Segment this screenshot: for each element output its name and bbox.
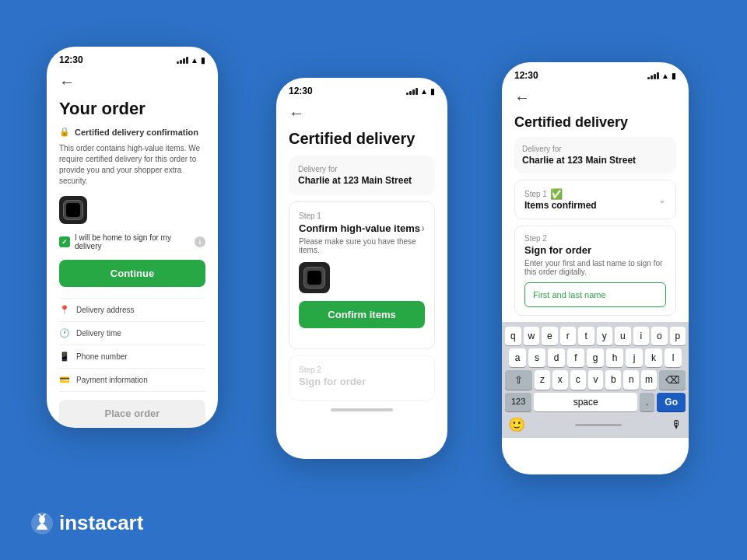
clock-icon: 🕐 [59, 328, 70, 338]
signal-icon-1 [177, 57, 188, 64]
key-j[interactable]: j [626, 348, 643, 367]
keyboard-row-2: a s d f g h j k l [505, 348, 686, 367]
emoji-key[interactable]: 🙂 [508, 416, 525, 433]
checkbox-row: ✓ I will be home to sign for my delivery… [59, 233, 205, 250]
key-r[interactable]: r [560, 327, 577, 345]
step1-accordion-header[interactable]: Step 1 ✅ Items confirmed ⌄ [515, 180, 675, 219]
checkbox-label: I will be home to sign for my delivery [75, 233, 190, 250]
step1-card: Step 1 Confirm high-value items › Please… [289, 201, 435, 349]
step2-title-3: Sign for order [524, 244, 666, 256]
page-title-2: Certified delivery [289, 130, 435, 148]
key-s[interactable]: s [528, 348, 545, 367]
key-d[interactable]: d [548, 348, 565, 367]
status-bar-1: 12:30 ▲ ▮ [47, 47, 218, 68]
phone-1: 12:30 ▲ ▮ ← Your order 🔒 Certified deliv… [47, 47, 218, 428]
key-i[interactable]: i [633, 327, 650, 345]
key-f[interactable]: f [567, 348, 584, 367]
step1-acc-label: Step 1 ✅ [524, 188, 597, 200]
step2-label: Step 2 [299, 366, 425, 374]
key-q[interactable]: q [505, 327, 521, 345]
phone-number-row[interactable]: 📱 Phone number [59, 345, 205, 369]
delivery-for-label: Delivery for [298, 165, 426, 173]
time-2: 12:30 [289, 86, 313, 96]
battery-icon-2: ▮ [430, 87, 435, 96]
key-n[interactable]: n [623, 370, 639, 390]
back-button-2[interactable]: ← [289, 100, 435, 127]
status-icons-3: ▲ ▮ [647, 72, 676, 80]
phone-3: 12:30 ▲ ▮ ← Certified delivery Delivery … [502, 62, 689, 474]
key-m[interactable]: m [641, 370, 657, 390]
key-b[interactable]: b [605, 370, 621, 390]
place-order-button[interactable]: Place order [59, 400, 205, 427]
continue-button[interactable]: Continue [59, 260, 205, 287]
dot-key[interactable]: . [640, 393, 654, 411]
delivery-for-card: Delivery for Charlie at 123 Main Street [289, 156, 435, 195]
go-key[interactable]: Go [657, 393, 686, 411]
name-input[interactable] [524, 282, 666, 307]
delivery-address-row[interactable]: 📍 Delivery address [59, 299, 205, 322]
home-indicator-2 [331, 408, 393, 411]
key-v[interactable]: v [588, 370, 604, 390]
key-c[interactable]: c [570, 370, 586, 390]
battery-icon-3: ▮ [672, 72, 676, 80]
signal-icon-2 [406, 88, 418, 95]
step1-acc-title: Items confirmed [524, 200, 597, 211]
keyboard: q w e r t y u i o p a s d f g h j k l ⇧ … [502, 322, 689, 438]
delete-key[interactable]: ⌫ [659, 370, 686, 390]
certified-label: Certified delivery confirmation [75, 128, 198, 137]
payment-label: Payment information [76, 376, 148, 384]
payment-icon: 💳 [59, 375, 70, 385]
delivery-for-label-3: Delivery for [522, 145, 668, 153]
key-l[interactable]: l [665, 348, 682, 367]
key-h[interactable]: h [606, 348, 623, 367]
key-a[interactable]: a [509, 348, 526, 367]
key-o[interactable]: o [651, 327, 668, 345]
chevron-right-icon: › [421, 222, 425, 234]
key-p[interactable]: p [670, 327, 686, 345]
lock-icon: 🔒 [59, 127, 70, 137]
confirm-items-button[interactable]: Confirm items [299, 301, 425, 328]
key-g[interactable]: g [587, 348, 604, 367]
step2-label-3: Step 2 [524, 234, 666, 243]
watch-image-2 [299, 262, 330, 293]
key-z[interactable]: z [535, 370, 550, 390]
space-key[interactable]: space [534, 393, 637, 411]
key-t[interactable]: t [578, 327, 594, 345]
status-icons-2: ▲ ▮ [406, 87, 435, 96]
key-w[interactable]: w [524, 327, 540, 345]
status-icons-1: ▲ ▮ [177, 56, 205, 65]
step2-desc-3: Enter your first and last name to sign f… [524, 259, 666, 276]
step1-title: Confirm high-value items › [299, 222, 425, 234]
page-title-3: Certified delivery [514, 114, 676, 131]
keyboard-row-3: ⇧ z x c v b n m ⌫ [505, 370, 686, 390]
info-icon-1[interactable]: i [195, 236, 205, 247]
signal-icon-3 [647, 72, 659, 79]
phone-number-label: Phone number [76, 352, 128, 361]
dictate-key[interactable]: 🎙 [672, 418, 682, 431]
chevron-down-icon: ⌄ [658, 194, 666, 205]
status-bar-2: 12:30 ▲ ▮ [276, 78, 447, 100]
time-3: 12:30 [514, 70, 538, 81]
step1-accordion[interactable]: Step 1 ✅ Items confirmed ⌄ [514, 180, 676, 219]
key-x[interactable]: x [552, 370, 568, 390]
key-y[interactable]: y [597, 327, 613, 345]
green-check-icon: ✅ [550, 188, 563, 200]
payment-row[interactable]: 💳 Payment information [59, 369, 205, 392]
key-k[interactable]: k [645, 348, 662, 367]
watch-image-1 [59, 196, 87, 224]
checkbox-checked[interactable]: ✓ [59, 236, 70, 247]
key-u[interactable]: u [615, 327, 631, 345]
wifi-icon-1: ▲ [191, 56, 198, 65]
shift-key[interactable]: ⇧ [505, 370, 532, 390]
phone-2: 12:30 ▲ ▮ ← Certified delivery Delivery … [276, 78, 447, 459]
back-button-1[interactable]: ← [59, 68, 205, 96]
num-key[interactable]: 123 [505, 393, 531, 411]
delivery-for-value-3: Charlie at 123 Main Street [522, 155, 668, 166]
page-title-1: Your order [59, 99, 205, 119]
time-1: 12:30 [59, 54, 83, 65]
back-button-3[interactable]: ← [514, 84, 676, 111]
step2-card-3: Step 2 Sign for order Enter your first a… [514, 226, 676, 316]
instacart-carrot-icon [31, 513, 53, 534]
delivery-time-row[interactable]: 🕐 Delivery time [59, 322, 205, 345]
key-e[interactable]: e [542, 327, 558, 345]
